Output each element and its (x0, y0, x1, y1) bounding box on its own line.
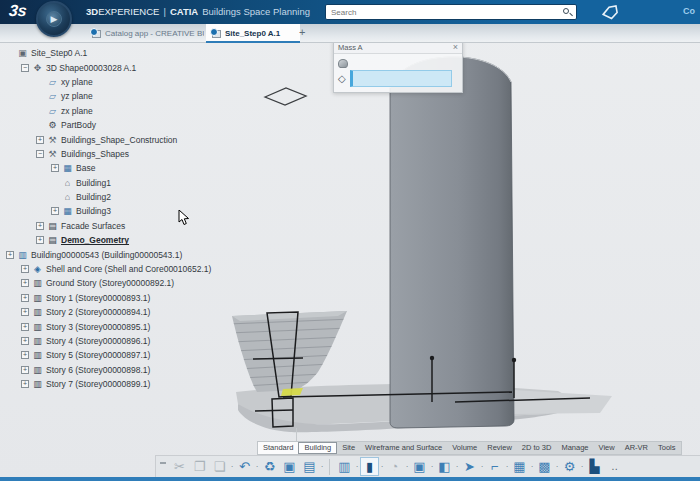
tree-item-buildings-shape-construction[interactable]: +⚒Buildings_Shape_Construction (2, 132, 242, 146)
highlighted-sketch-segment[interactable] (281, 388, 303, 396)
play-icon[interactable]: ▶ (46, 11, 62, 27)
extrude-mass-dropdown-icon[interactable]: · (380, 462, 384, 471)
tree-item-partbody[interactable]: ⚙PartBody (2, 118, 242, 132)
expand-icon[interactable]: + (21, 294, 29, 302)
sweep-icon[interactable]: ➤ (460, 457, 479, 476)
toolbar-handle[interactable] (160, 462, 166, 464)
mass-type-icon[interactable] (338, 59, 348, 68)
multi-story-dropdown-icon[interactable]: · (555, 462, 559, 471)
tree-item-building1[interactable]: ⌂Building1 (2, 176, 242, 190)
new-mass-icon[interactable]: ▥ (335, 457, 354, 476)
box-building-dropdown-icon[interactable]: · (530, 462, 534, 471)
update-icon[interactable]: ♻ (260, 457, 279, 476)
sketch-vertex-dot[interactable] (430, 356, 434, 360)
tree-item-building00000543-building00000543-1[interactable]: +▥Building00000543 (Building00000543.1) (2, 247, 242, 261)
expand-icon[interactable]: + (21, 323, 29, 331)
ribbon-tab-building[interactable]: Building (298, 442, 337, 454)
ribbon-tab-ar-vr[interactable]: AR-VR (620, 442, 653, 454)
expand-icon[interactable]: + (21, 308, 29, 316)
undo-dropdown-icon[interactable]: · (255, 462, 259, 471)
settings-circle-icon[interactable]: ⚙ (560, 457, 579, 476)
tree-item-xy-plane[interactable]: ▱xy plane (2, 75, 242, 89)
tree-item-base[interactable]: +▦Base (2, 161, 242, 175)
extrude-mass-icon[interactable]: ▮ (360, 457, 379, 476)
fold-wall-icon[interactable]: ⌐ (485, 457, 504, 476)
expand-icon[interactable]: + (21, 366, 29, 374)
compass-widget[interactable]: ▶ (36, 1, 72, 37)
document-tab-catalog-app-creative-bu[interactable]: Catalog app - CREATIVE BU (86, 24, 204, 43)
machine-icon[interactable]: ▙ (585, 457, 604, 476)
wall-icon[interactable]: ◧ (435, 457, 454, 476)
mass-profile-input[interactable] (350, 70, 452, 87)
tree-item-shell-and-core-shell-and-core00010652-1[interactable]: +◈Shell and Core (Shell and Core00010652… (2, 262, 242, 276)
view-cube-icon[interactable]: ▣ (280, 457, 299, 476)
tree-item-facade-surfaces[interactable]: +▤Facade Surfaces (2, 219, 242, 233)
tree-item-story-4-storey00000896-1[interactable]: +▥Story 4 (Storey00000896.1) (2, 334, 242, 348)
expand-icon[interactable]: + (21, 265, 29, 273)
tree-item-building3[interactable]: +▦Building3 (2, 204, 242, 218)
layers-icon[interactable]: ▤ (300, 457, 319, 476)
box-building-icon[interactable]: ▦ (510, 457, 529, 476)
ribbon-tab-review[interactable]: Review (482, 442, 517, 454)
document-tab-site-step0-a-1[interactable]: Site_Step0 A.1 (206, 24, 300, 43)
tree-item-zx-plane[interactable]: ▱zx plane (2, 104, 242, 118)
layers-dropdown-icon[interactable]: · (320, 462, 324, 471)
expand-icon[interactable]: + (21, 380, 29, 388)
expand-icon[interactable]: + (21, 337, 29, 345)
expand-icon[interactable]: + (36, 236, 44, 244)
add-tab-button[interactable]: + (299, 26, 305, 38)
more-tools[interactable]: ‥ (605, 457, 624, 476)
new-mass-dropdown-icon[interactable]: · (355, 462, 359, 471)
settings-circle-dropdown-icon[interactable]: · (580, 462, 584, 471)
mass-from-sketch-dropdown-icon[interactable]: · (430, 462, 434, 471)
sketch-vertex-dot[interactable] (512, 358, 516, 362)
paste-dropdown-icon[interactable]: · (230, 462, 234, 471)
ribbon-tab-site[interactable]: Site (337, 442, 360, 454)
tree-item-story-2-storey00000894-1[interactable]: +▥Story 2 (Storey00000894.1) (2, 305, 242, 319)
ribbon-tab-wireframe-and-surface[interactable]: Wireframe and Surface (360, 442, 447, 454)
dome-mass-icon[interactable]: ◔ (385, 457, 404, 476)
tree-item-ground-story-storey00000892-1[interactable]: +▥Ground Story (Storey00000892.1) (2, 276, 242, 290)
ribbon-tab-tools[interactable]: Tools (653, 442, 681, 454)
mass-from-sketch-icon[interactable]: ▣ (410, 457, 429, 476)
expand-icon[interactable]: + (51, 207, 59, 215)
tree-item-site-step0-a-1[interactable]: ▣Site_Step0 A.1 (2, 46, 242, 60)
ribbon-tab-view[interactable]: View (594, 442, 620, 454)
ribbon-tab-standard[interactable]: Standard (258, 442, 298, 454)
ribbon-tab-2d-to-3d[interactable]: 2D to 3D (517, 442, 557, 454)
copy-icon[interactable]: ❐ (190, 457, 209, 476)
profile-diamond-icon[interactable]: ◇ (338, 74, 346, 84)
account-label[interactable]: Co (683, 6, 695, 16)
search-input[interactable] (331, 5, 556, 19)
ribbon-tab-manage[interactable]: Manage (556, 442, 593, 454)
tree-item-demo-geometry[interactable]: +▤Demo_Geometry (2, 233, 242, 247)
search-icon[interactable] (563, 8, 569, 14)
tree-item-story-7-storey00000899-1[interactable]: +▥Story 7 (Storey00000899.1) (2, 377, 242, 391)
expand-icon[interactable]: + (21, 279, 29, 287)
wall-dropdown-icon[interactable]: · (455, 462, 459, 471)
collapse-icon[interactable]: − (21, 64, 29, 72)
cut-icon[interactable]: ✂ (170, 457, 189, 476)
tag-icon[interactable] (601, 5, 621, 20)
tree-item-story-5-storey00000897-1[interactable]: +▥Story 5 (Storey00000897.1) (2, 348, 242, 362)
sweep-dropdown-icon[interactable]: · (480, 462, 484, 471)
tree-item-story-6-storey00000898-1[interactable]: +▥Story 6 (Storey00000898.1) (2, 363, 242, 377)
expand-icon[interactable]: + (21, 351, 29, 359)
expand-icon[interactable]: + (6, 251, 14, 259)
collapse-icon[interactable]: − (36, 150, 44, 158)
dome-mass-dropdown-icon[interactable]: · (405, 462, 409, 471)
tree-item-yz-plane[interactable]: ▱yz plane (2, 89, 242, 103)
multi-story-icon[interactable]: ▩ (535, 457, 554, 476)
paste-icon[interactable]: ❏ (210, 457, 229, 476)
undo-icon[interactable]: ↶ (235, 457, 254, 476)
fold-wall-dropdown-icon[interactable]: · (505, 462, 509, 471)
tree-item-3d-shape00003028-a-1[interactable]: −✥3D Shape00003028 A.1 (2, 60, 242, 74)
close-icon[interactable]: × (453, 43, 458, 52)
tree-item-story-1-storey00000893-1[interactable]: +▥Story 1 (Storey00000893.1) (2, 291, 242, 305)
expand-icon[interactable]: + (36, 136, 44, 144)
tree-item-buildings-shapes[interactable]: −⚒Buildings_Shapes (2, 147, 242, 161)
ribbon-tab-volume[interactable]: Volume (447, 442, 482, 454)
expand-icon[interactable]: + (36, 222, 44, 230)
tower-mass[interactable] (390, 57, 514, 428)
expand-icon[interactable]: + (51, 164, 59, 172)
